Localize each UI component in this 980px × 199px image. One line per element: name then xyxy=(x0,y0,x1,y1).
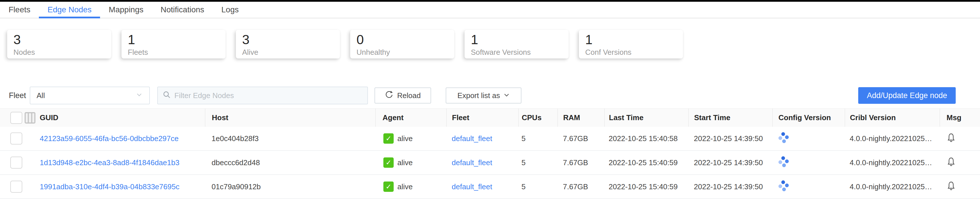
fleet-select-value: All xyxy=(37,91,45,100)
guid-link[interactable]: 1d13d948-e2bc-4ea3-8ad8-4f1846dae1b3 xyxy=(40,158,180,167)
config-version-cell xyxy=(772,180,845,193)
ram-cell: 7.67GB xyxy=(557,134,605,143)
start-time-cell: 2022-10-25 14:39:50 xyxy=(689,158,772,167)
fleet-select[interactable]: All xyxy=(30,87,150,104)
export-button-label: Export list as xyxy=(457,91,500,100)
tab-logs[interactable]: Logs xyxy=(213,2,247,18)
cribl-version-cell: 4.0.0-nightly.20221025… xyxy=(845,134,940,143)
bell-icon[interactable] xyxy=(946,157,956,167)
guid-cell: 1d13d948-e2bc-4ea3-8ad8-4f1846dae1b3 xyxy=(0,157,205,169)
reload-button[interactable]: Reload xyxy=(374,87,431,104)
reload-button-label: Reload xyxy=(397,91,420,100)
search-icon xyxy=(162,90,171,101)
row-checkbox[interactable] xyxy=(10,157,22,169)
loading-spinner-icon xyxy=(778,132,789,143)
stat-label: Software Versions xyxy=(471,48,562,57)
edge-nodes-table: GUID Host Agent Fleet CPUs RAM Last Time… xyxy=(0,108,980,199)
ram-cell: 7.67GB xyxy=(557,158,605,167)
fleet-link[interactable]: default_fleet xyxy=(452,134,492,143)
loading-spinner-icon xyxy=(778,180,789,191)
stat-card-unhealthy: 0 Unhealthy xyxy=(350,30,454,58)
agent-cell: ✓ alive xyxy=(375,181,446,192)
column-header-cribl-version: Cribl Version xyxy=(845,109,940,127)
cpus-cell: 5 xyxy=(518,182,557,191)
msg-cell xyxy=(940,133,980,144)
fleet-cell: default_fleet xyxy=(446,134,518,143)
host-cell: 1e0c404b28f3 xyxy=(205,134,375,143)
column-header-host: Host xyxy=(205,109,375,127)
msg-cell xyxy=(940,181,980,193)
columns-settings-icon[interactable] xyxy=(25,112,35,124)
chevron-down-icon xyxy=(135,91,143,100)
host-cell: 01c79a90912b xyxy=(205,182,375,191)
row-checkbox[interactable] xyxy=(10,181,22,193)
fleet-cell: default_fleet xyxy=(446,158,518,167)
stat-card-alive: 3 Alive xyxy=(236,30,340,58)
fleet-cell: default_fleet xyxy=(446,182,518,191)
last-time-cell: 2022-10-25 15:40:58 xyxy=(605,134,689,143)
bell-icon[interactable] xyxy=(946,133,956,143)
row-checkbox[interactable] xyxy=(10,132,22,144)
column-header-agent: Agent xyxy=(375,109,446,127)
guid-link[interactable]: 42123a59-6055-46fa-bc56-0dbcbbe297ce xyxy=(40,134,179,143)
guid-link[interactable]: 1991adba-310e-4df4-b39a-04b833e7695c xyxy=(40,182,180,191)
column-header-start-time: Start Time xyxy=(689,109,772,127)
stat-card-nodes: 3 Nodes xyxy=(7,30,111,58)
stat-label: Alive xyxy=(242,48,334,57)
search-input[interactable] xyxy=(174,91,363,100)
table-row: 1d13d948-e2bc-4ea3-8ad8-4f1846dae1b3 dbe… xyxy=(0,151,980,175)
tab-fleets[interactable]: Fleets xyxy=(0,2,39,18)
column-header-msg: Msg xyxy=(940,109,980,127)
column-header-last-time: Last Time xyxy=(605,109,689,127)
search-box xyxy=(157,87,368,104)
tab-mappings[interactable]: Mappings xyxy=(100,2,152,18)
stat-value: 3 xyxy=(13,32,105,47)
agent-status-text: alive xyxy=(398,134,412,143)
cribl-version-cell: 4.0.0-nightly.20221025… xyxy=(845,182,940,191)
config-version-cell xyxy=(772,156,845,169)
fleet-link[interactable]: default_fleet xyxy=(452,158,492,167)
guid-cell: 1991adba-310e-4df4-b39a-04b833e7695c xyxy=(0,181,205,193)
chevron-down-icon xyxy=(503,91,510,100)
stat-label: Unhealthy xyxy=(356,48,448,57)
alive-check-icon: ✓ xyxy=(383,181,394,192)
stat-value: 1 xyxy=(128,32,219,47)
stat-card-conf-versions: 1 Conf Versions xyxy=(579,30,683,58)
fleet-filter-label: Fleet xyxy=(9,91,26,100)
agent-status-text: alive xyxy=(398,158,412,167)
toolbar: Fleet All Reload Export list as Add/Upda… xyxy=(0,87,980,104)
select-all-checkbox[interactable] xyxy=(10,112,22,124)
stat-value: 3 xyxy=(242,32,334,47)
stat-label: Conf Versions xyxy=(585,48,677,57)
loading-spinner-icon xyxy=(778,156,789,167)
ram-cell: 7.67GB xyxy=(557,182,605,191)
export-list-button[interactable]: Export list as xyxy=(446,87,522,104)
tab-notifications[interactable]: Notifications xyxy=(152,2,213,18)
stat-cards-row: 3 Nodes 1 Fleets 3 Alive 0 Unhealthy 1 S… xyxy=(0,30,980,58)
host-cell: dbeccc6d2d48 xyxy=(205,158,375,167)
cribl-version-cell: 4.0.0-nightly.20221025… xyxy=(845,158,940,167)
column-header-cpus: CPUs xyxy=(518,109,557,127)
agent-status-text: alive xyxy=(398,182,412,191)
header-guid-cell: GUID xyxy=(0,109,205,127)
stat-value: 1 xyxy=(471,32,562,47)
agent-cell: ✓ alive xyxy=(375,133,446,144)
tab-bar: Fleets Edge Nodes Mappings Notifications… xyxy=(0,2,980,18)
add-update-edge-node-button[interactable]: Add/Update Edge node xyxy=(858,87,956,104)
column-header-ram: RAM xyxy=(557,109,605,127)
stat-value: 0 xyxy=(356,32,448,47)
start-time-cell: 2022-10-25 14:39:50 xyxy=(689,182,772,191)
msg-cell xyxy=(940,157,980,169)
alive-check-icon: ✓ xyxy=(383,133,394,144)
guid-cell: 42123a59-6055-46fa-bc56-0dbcbbe297ce xyxy=(0,132,205,144)
table-header-row: GUID Host Agent Fleet CPUs RAM Last Time… xyxy=(0,108,980,127)
column-header-guid: GUID xyxy=(40,113,58,122)
fleet-link[interactable]: default_fleet xyxy=(452,182,492,191)
stat-value: 1 xyxy=(585,32,677,47)
stat-label: Fleets xyxy=(128,48,219,57)
stat-label: Nodes xyxy=(13,48,105,57)
table-row: 1991adba-310e-4df4-b39a-04b833e7695c 01c… xyxy=(0,175,980,199)
bell-icon[interactable] xyxy=(946,181,956,191)
tab-edge-nodes[interactable]: Edge Nodes xyxy=(39,2,100,18)
stat-card-software-versions: 1 Software Versions xyxy=(465,30,569,58)
